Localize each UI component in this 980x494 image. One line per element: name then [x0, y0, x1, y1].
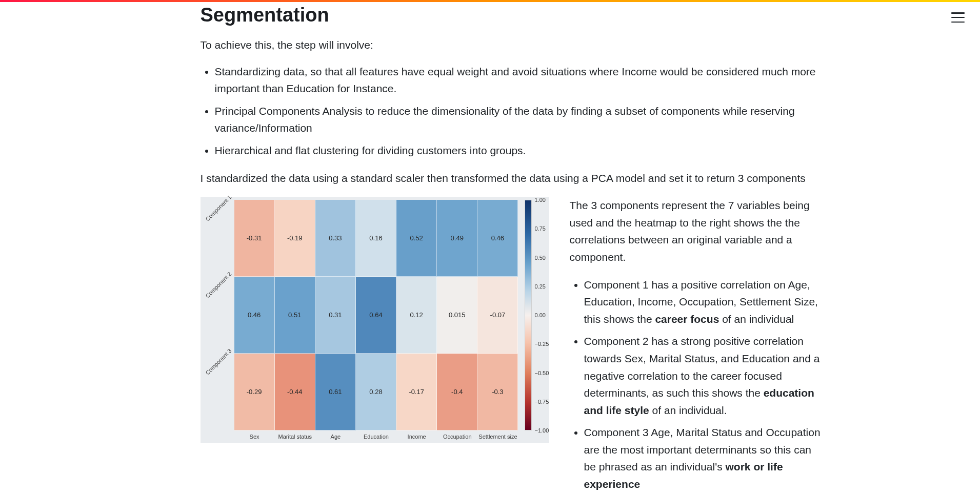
heatmap-description: The 3 components represent the 7 variabl… [570, 197, 824, 494]
heatmap-cell: -0.44 [275, 354, 315, 430]
heatmap-x-label: Age [315, 430, 356, 440]
page-title: Segmentation [201, 4, 824, 26]
step-item: Standardizing data, so that all features… [215, 63, 824, 97]
colorbar-tick: 0.50 [535, 255, 546, 261]
heatmap-cell: -0.07 [477, 277, 518, 354]
component-1-desc: Component 1 has a positive correlation o… [584, 276, 824, 328]
colorbar-tick: −1.00 [535, 427, 549, 434]
heatmap-cell: -0.31 [234, 200, 275, 277]
step-item: Hierarchical and flat clustering for div… [215, 142, 824, 159]
heatmap-cell: 0.46 [477, 200, 518, 277]
top-gradient-bar [0, 0, 980, 2]
heatmap-cell: 0.31 [315, 277, 356, 354]
main-content: Segmentation To achieve this, the step w… [136, 0, 844, 494]
heatmap-x-label: Sex [234, 430, 275, 440]
heatmap-cell: -0.3 [477, 354, 518, 430]
heatmap-y-label: Component 1 [204, 200, 234, 277]
component-3-desc: Component 3 Age, Marital Status and Occu… [584, 424, 824, 492]
heatmap-cell: 0.16 [356, 200, 396, 277]
heatmap-cell: -0.17 [396, 354, 437, 430]
colorbar [525, 200, 532, 430]
heatmap-cell: 0.46 [234, 277, 275, 354]
heatmap-x-label: Settlement size [477, 430, 518, 440]
scaler-text: I standardized the data using a standard… [201, 170, 824, 187]
heatmap-x-label: Education [356, 430, 396, 440]
heatmap-cell: 0.015 [437, 277, 477, 354]
colorbar-tick: −0.25 [535, 341, 549, 347]
heatmap-cell: 0.64 [356, 277, 396, 354]
heatmap-x-label: Occupation [437, 430, 477, 440]
heatmap-cell: 0.51 [275, 277, 315, 354]
step-item: Principal Components Analysis to reduce … [215, 102, 824, 137]
heatmap-cell: 0.28 [356, 354, 396, 430]
colorbar-tick: 0.75 [535, 225, 546, 232]
intro-text: To achieve this, the step will involve: [201, 36, 824, 54]
heatmap-cell: -0.29 [234, 354, 275, 430]
description-intro: The 3 components represent the 7 variabl… [570, 197, 824, 265]
heatmap-cell: 0.49 [437, 200, 477, 277]
colorbar-tick: 1.00 [535, 197, 546, 203]
heatmap-cell: -0.4 [437, 354, 477, 430]
heatmap-cell: 0.52 [396, 200, 437, 277]
heatmap-x-label: Marital status [275, 430, 315, 440]
heatmap-cell: 0.33 [315, 200, 356, 277]
heatmap-cell: 0.61 [315, 354, 356, 430]
steps-list: Standardizing data, so that all features… [201, 63, 824, 159]
menu-icon[interactable] [951, 12, 965, 23]
colorbar-tick: 0.25 [535, 283, 546, 290]
heatmap-y-label: Component 2 [204, 277, 234, 354]
colorbar-tick: 0.00 [535, 312, 546, 318]
heatmap-cell: -0.19 [275, 200, 315, 277]
component-2-desc: Component 2 has a strong positive correl… [584, 333, 824, 419]
heatmap-chart: Component 1Component 2Component 3 -0.31-… [201, 197, 549, 443]
heatmap-cell: 0.12 [396, 277, 437, 354]
colorbar-tick: −0.50 [535, 370, 549, 376]
colorbar-tick: −0.75 [535, 399, 549, 405]
heatmap-x-label: Income [396, 430, 437, 440]
heatmap-y-label: Component 3 [204, 354, 234, 430]
